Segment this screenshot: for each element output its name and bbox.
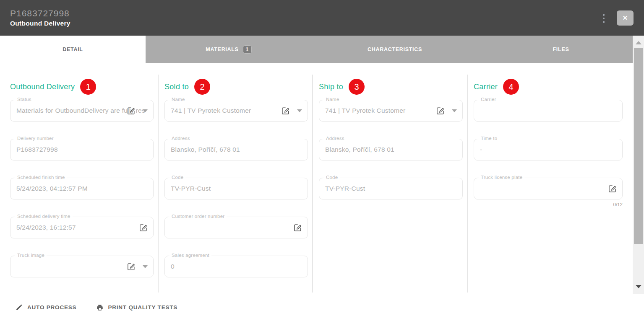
field-delivery-number[interactable]: Delivery number P1683727998: [10, 139, 154, 160]
field-time-to[interactable]: Time to -: [474, 139, 623, 160]
field-value: Blansko, Poříčí, 678 01: [325, 139, 455, 160]
tab-files[interactable]: FILES: [478, 36, 644, 63]
delivery-id-title: P1683727998: [10, 8, 70, 18]
dialog-header: P1683727998 Outbound Delivery ✕: [0, 0, 644, 36]
field-customer-order-number[interactable]: Customer order number: [164, 217, 308, 238]
materials-count-badge: 1: [243, 45, 252, 54]
step-badge-1: 1: [80, 79, 96, 95]
field-scheduled-delivery-time[interactable]: Scheduled delivery time 5/24/2023, 16:12…: [10, 217, 154, 238]
tab-label: MATERIALS: [206, 47, 238, 52]
button-label: PRINT QUALITY TESTS: [108, 304, 177, 311]
field-sold-to-address[interactable]: Address Blansko, Poříčí, 678 01: [164, 139, 308, 160]
step-badge-2: 2: [194, 79, 210, 95]
section-outbound-delivery: Outbound Delivery 1 Status Materials for…: [0, 63, 159, 294]
section-title: Outbound Delivery: [10, 83, 75, 91]
tab-label: FILES: [553, 47, 569, 52]
scrollbar-thumb[interactable]: [634, 48, 643, 244]
section-heading: Ship to 3: [319, 79, 468, 95]
step-badge-4: 4: [503, 79, 519, 95]
field-value: TV-PYR-Cust: [171, 178, 300, 199]
field-scheduled-finish-time[interactable]: Scheduled finish time 5/24/2023, 04:12:5…: [10, 178, 154, 199]
tab-bar: DETAIL MATERIALS 1 CHARACTERISTICS FILES: [0, 36, 644, 63]
close-button[interactable]: ✕: [617, 10, 634, 26]
inactive-tabs: MATERIALS 1 CHARACTERISTICS FILES: [146, 36, 644, 63]
field-value: 5/24/2023, 04:12:57 PM: [16, 178, 146, 199]
edit-icon[interactable]: [127, 262, 136, 271]
step-badge-3: 3: [349, 79, 365, 95]
field-truck-license-plate[interactable]: Truck license plate: [474, 178, 623, 199]
close-icon: ✕: [623, 14, 628, 22]
scroll-down-icon[interactable]: [636, 285, 641, 288]
field-sold-to-name[interactable]: Name 741 | TV Pyrotek Customer: [164, 100, 308, 122]
field-value: Materials for OutboundDelivery are fully…: [16, 100, 146, 121]
field-status[interactable]: Status Materials for OutboundDelivery ar…: [10, 100, 154, 122]
field-value: 741 | TV Pyrotek Customer: [325, 100, 455, 121]
char-counter: 0/12: [474, 202, 623, 207]
tab-label: CHARACTERISTICS: [368, 47, 422, 52]
scroll-up-icon[interactable]: [636, 41, 641, 44]
field-value: [480, 178, 615, 199]
tab-label: DETAIL: [63, 47, 83, 52]
edit-icon[interactable]: [139, 223, 148, 232]
chevron-down-icon[interactable]: [452, 109, 457, 112]
printer-icon: [96, 304, 104, 311]
field-value: [16, 256, 146, 277]
section-carrier: Carrier 4 Carrier Time to - Truck licens…: [468, 63, 634, 294]
field-ship-to-name[interactable]: Name 741 | TV Pyrotek Customer: [319, 100, 463, 122]
field-sold-to-code[interactable]: Code TV-PYR-Cust: [164, 178, 308, 199]
field-value: P1683727998: [16, 139, 146, 160]
vertical-scrollbar[interactable]: [633, 36, 644, 294]
edit-icon[interactable]: [608, 184, 617, 193]
section-title: Sold to: [164, 83, 189, 91]
section-heading: Outbound Delivery 1: [10, 79, 159, 95]
field-value: -: [480, 139, 615, 160]
field-value: 5/24/2023, 16:12:57: [16, 217, 146, 238]
field-carrier[interactable]: Carrier: [474, 100, 623, 122]
field-truck-image[interactable]: Truck image: [10, 256, 154, 277]
chevron-down-icon[interactable]: [143, 109, 148, 112]
section-title: Ship to: [319, 83, 343, 91]
tab-detail[interactable]: DETAIL: [0, 36, 146, 63]
pencil-icon: [16, 304, 23, 311]
chevron-down-icon[interactable]: [143, 265, 148, 268]
section-heading: Carrier 4: [474, 79, 634, 95]
section-heading: Sold to 2: [164, 79, 313, 95]
kebab-menu-icon[interactable]: [600, 14, 608, 23]
section-sold-to: Sold to 2 Name 741 | TV Pyrotek Customer…: [159, 63, 313, 294]
print-quality-tests-button[interactable]: PRINT QUALITY TESTS: [96, 304, 177, 311]
field-value: [480, 100, 615, 121]
auto-process-button[interactable]: AUTO PROCESS: [16, 304, 76, 311]
chevron-down-icon[interactable]: [297, 109, 302, 112]
edit-icon[interactable]: [293, 223, 302, 232]
footer-actions: AUTO PROCESS PRINT QUALITY TESTS: [0, 294, 644, 321]
edit-icon[interactable]: [281, 106, 290, 115]
field-value: Blansko, Poříčí, 678 01: [171, 139, 300, 160]
section-title: Carrier: [474, 83, 498, 91]
field-value: 0: [171, 256, 300, 277]
field-value: 741 | TV Pyrotek Customer: [171, 100, 300, 121]
field-value: TV-PYR-Cust: [325, 178, 455, 199]
edit-icon[interactable]: [436, 106, 445, 115]
field-ship-to-code[interactable]: Code TV-PYR-Cust: [319, 178, 463, 199]
detail-content: Outbound Delivery 1 Status Materials for…: [0, 63, 634, 294]
tab-materials[interactable]: MATERIALS 1: [146, 36, 312, 63]
section-ship-to: Ship to 3 Name 741 | TV Pyrotek Customer…: [313, 63, 468, 294]
field-sales-agreement[interactable]: Sales agreement 0: [164, 256, 308, 277]
field-ship-to-address[interactable]: Address Blansko, Poříčí, 678 01: [319, 139, 463, 160]
tab-characteristics[interactable]: CHARACTERISTICS: [312, 36, 478, 63]
outbound-delivery-dialog: P1683727998 Outbound Delivery ✕ DETAIL M…: [0, 0, 644, 321]
edit-icon[interactable]: [127, 106, 136, 115]
dialog-subtitle: Outbound Delivery: [10, 20, 70, 27]
field-value: [171, 217, 300, 238]
button-label: AUTO PROCESS: [27, 304, 76, 311]
